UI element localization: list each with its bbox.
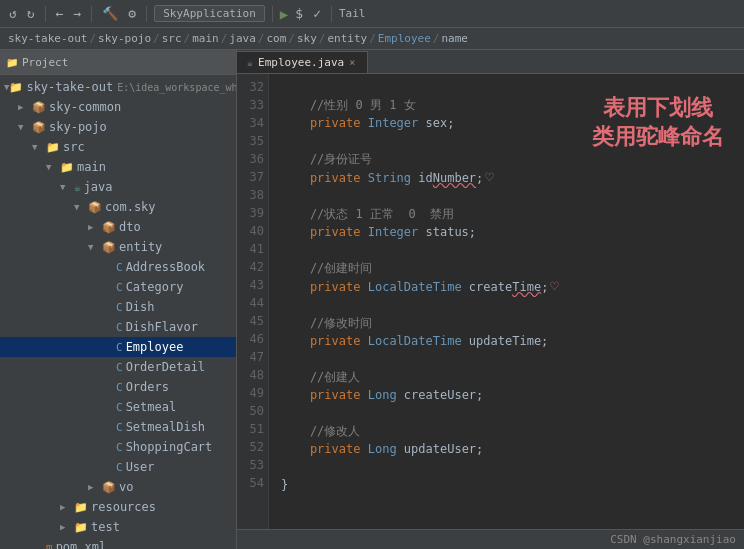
code-editor[interactable]: //性别 0 男 1 女 private Integer sex; //身份证号… bbox=[269, 74, 744, 529]
package-icon: 📦 bbox=[88, 201, 102, 214]
code-line-53 bbox=[281, 458, 744, 476]
tree-item-test[interactable]: ▶ 📁 test bbox=[0, 517, 236, 537]
check-icon[interactable]: ✓ bbox=[310, 4, 324, 23]
tree-item-pom-pojo[interactable]: m pom.xml bbox=[0, 537, 236, 549]
breadcrumb-part-0[interactable]: sky-take-out bbox=[8, 32, 87, 45]
class-icon: C bbox=[116, 301, 123, 314]
tail-button[interactable]: Tail bbox=[339, 7, 366, 20]
tree-item-SetmealDish[interactable]: C SetmealDish bbox=[0, 417, 236, 437]
settings-icon[interactable]: ⚙ bbox=[125, 4, 139, 23]
code-line-40: private Integer status; bbox=[281, 223, 744, 241]
breadcrumb: sky-take-out / sky-pojo / src / main / j… bbox=[0, 28, 744, 50]
csdn-attribution: CSDN @shangxianjiao bbox=[610, 533, 736, 546]
tree-item-main[interactable]: ▼ 📁 main bbox=[0, 157, 236, 177]
code-line-37: private String idNumber; ♡ bbox=[281, 168, 744, 187]
breadcrumb-part-2[interactable]: src bbox=[162, 32, 182, 45]
tree-item-Setmeal[interactable]: C Setmeal bbox=[0, 397, 236, 417]
tree-item-Dish[interactable]: C Dish bbox=[0, 297, 236, 317]
tree-item-User[interactable]: C User bbox=[0, 457, 236, 477]
tree-item-AddressBook[interactable]: C AddressBook bbox=[0, 257, 236, 277]
tree-item-Orders[interactable]: C Orders bbox=[0, 377, 236, 397]
build-icon[interactable]: 🔨 bbox=[99, 4, 121, 23]
folder-icon: 📦 bbox=[32, 101, 46, 114]
class-icon: C bbox=[116, 381, 123, 394]
forward-icon[interactable]: → bbox=[70, 4, 84, 23]
tree-label: sky-take-out bbox=[26, 80, 113, 94]
tree-item-vo[interactable]: ▶ 📦 vo bbox=[0, 477, 236, 497]
breadcrumb-part-6[interactable]: sky bbox=[297, 32, 317, 45]
run-button[interactable]: ▶ bbox=[280, 6, 288, 22]
editor-area: ☕ Employee.java × 32 33 34 35 36 37 38 3… bbox=[237, 50, 744, 549]
code-line-45: //修改时间 bbox=[281, 314, 744, 332]
class-icon: C bbox=[116, 261, 123, 274]
tree-item-entity[interactable]: ▼ 📦 entity bbox=[0, 237, 236, 257]
code-line-48: //创建人 bbox=[281, 368, 744, 386]
dollar-icon[interactable]: $ bbox=[292, 4, 306, 23]
tree-arrow: ▶ bbox=[88, 222, 102, 232]
package-icon: 📦 bbox=[102, 241, 116, 254]
tree-item-DishFlavor[interactable]: C DishFlavor bbox=[0, 317, 236, 337]
comment-token: //创建时间 bbox=[281, 259, 372, 277]
tree-item-com-sky[interactable]: ▼ 📦 com.sky bbox=[0, 197, 236, 217]
tree-item-sky-take-out[interactable]: ▼ 📁 sky-take-out E:\idea_workspace_wh\wh… bbox=[0, 77, 236, 97]
tree-label: sky-pojo bbox=[49, 120, 107, 134]
class-icon: C bbox=[116, 321, 123, 334]
tree-item-Employee[interactable]: C Employee bbox=[0, 337, 236, 357]
tree-arrow: ▶ bbox=[18, 102, 32, 112]
tree-label: com.sky bbox=[105, 200, 156, 214]
breadcrumb-part-1[interactable]: sky-pojo bbox=[98, 32, 151, 45]
xml-icon: m bbox=[46, 541, 53, 550]
comment-token: //性别 0 男 1 女 bbox=[281, 96, 416, 114]
project-label: Project bbox=[22, 56, 68, 69]
class-icon: C bbox=[116, 461, 123, 474]
tree-label: DishFlavor bbox=[126, 320, 198, 334]
tree-label: entity bbox=[119, 240, 162, 254]
breadcrumb-part-4[interactable]: java bbox=[229, 32, 256, 45]
tree-item-ShoppingCart[interactable]: C ShoppingCart bbox=[0, 437, 236, 457]
code-line-36: //身份证号 bbox=[281, 150, 744, 168]
tree-item-java[interactable]: ▼ ☕ java bbox=[0, 177, 236, 197]
tree-arrow: ▼ bbox=[32, 142, 46, 152]
tree-item-OrderDetail[interactable]: C OrderDetail bbox=[0, 357, 236, 377]
tree-item-dto[interactable]: ▶ 📦 dto bbox=[0, 217, 236, 237]
sidebar: 📁 Project ▼ 📁 sky-take-out E:\idea_works… bbox=[0, 50, 237, 549]
tree-item-sky-common[interactable]: ▶ 📦 sky-common bbox=[0, 97, 236, 117]
tree-label: Dish bbox=[126, 300, 155, 314]
tree-label: Setmeal bbox=[126, 400, 177, 414]
app-selector[interactable]: SkyApplication bbox=[154, 5, 265, 22]
toolbar-separator4 bbox=[272, 6, 273, 22]
redo-icon[interactable]: ↻ bbox=[24, 4, 38, 23]
tree-item-sky-pojo[interactable]: ▼ 📦 sky-pojo bbox=[0, 117, 236, 137]
tree-label: Employee bbox=[126, 340, 184, 354]
code-line-32 bbox=[281, 78, 744, 96]
package-icon: 📦 bbox=[102, 481, 116, 494]
code-line-38 bbox=[281, 187, 744, 205]
back-icon[interactable]: ← bbox=[53, 4, 67, 23]
breadcrumb-part-7[interactable]: entity bbox=[327, 32, 367, 45]
breadcrumb-field[interactable]: name bbox=[441, 32, 468, 45]
breadcrumb-class[interactable]: Employee bbox=[378, 32, 431, 45]
tree-item-src[interactable]: ▼ 📁 src bbox=[0, 137, 236, 157]
toolbar-separator2 bbox=[91, 6, 92, 22]
heart-annotation-43: ♡ bbox=[550, 277, 558, 295]
tree-item-resources[interactable]: ▶ 📁 resources bbox=[0, 497, 236, 517]
tree-item-Category[interactable]: C Category bbox=[0, 277, 236, 297]
tree-label: resources bbox=[91, 500, 156, 514]
tree-label: vo bbox=[119, 480, 133, 494]
breadcrumb-part-3[interactable]: main bbox=[192, 32, 219, 45]
tab-close-button[interactable]: × bbox=[349, 57, 355, 68]
comment-token: //修改时间 bbox=[281, 314, 372, 332]
undo-icon[interactable]: ↺ bbox=[6, 4, 20, 23]
code-line-46: private LocalDateTime updateTime; bbox=[281, 332, 744, 350]
breadcrumb-part-5[interactable]: com bbox=[266, 32, 286, 45]
tree-label: SetmealDish bbox=[126, 420, 205, 434]
code-line-50 bbox=[281, 404, 744, 422]
editor-tab-employee[interactable]: ☕ Employee.java × bbox=[237, 51, 368, 73]
comment-token: //修改人 bbox=[281, 422, 360, 440]
code-line-42: //创建时间 bbox=[281, 259, 744, 277]
tree-arrow: ▼ bbox=[74, 202, 88, 212]
code-line-34: private Integer sex; bbox=[281, 114, 744, 132]
tab-label: Employee.java bbox=[258, 56, 344, 69]
toolbar: ↺ ↻ ← → 🔨 ⚙ SkyApplication ▶ $ ✓ Tail bbox=[0, 0, 744, 28]
class-icon: C bbox=[116, 281, 123, 294]
